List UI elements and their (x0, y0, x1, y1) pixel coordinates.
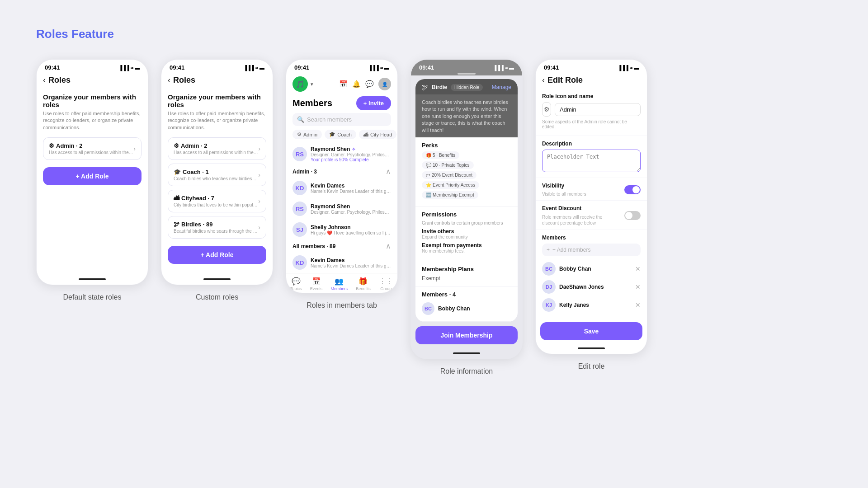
join-btn[interactable]: Join Membership (415, 326, 518, 344)
tab-bar: 💬 Topics 📅 Events 👥 Members 🎁 Benefits ⋮… (286, 273, 397, 293)
edit-member-bc: BC Bobby Chan ✕ (542, 260, 641, 278)
role-icon-box[interactable]: ⚙ (542, 102, 551, 117)
member-avatar-kd2: KD (292, 255, 307, 270)
tab-topics[interactable]: 💬 Topics (290, 277, 302, 291)
tab-events[interactable]: 📅 Events (310, 277, 323, 291)
role-birdie-icon: 🕊 (422, 84, 428, 91)
manage-btn[interactable]: Manage (492, 84, 511, 90)
edit-note: Some aspects of the Admin role cannot be… (542, 119, 641, 129)
remove-bc-btn[interactable]: ✕ (635, 265, 641, 272)
nav-title-5: Edit Role (547, 75, 583, 85)
search-icon: 🔍 (297, 116, 304, 123)
drag-handle (458, 73, 476, 75)
back-btn-2[interactable]: ‹ (168, 75, 170, 85)
benefits-icon: 🎁 (359, 277, 368, 286)
add-members-input[interactable]: + + Add members (542, 244, 641, 256)
member-avatar-kd: KD (292, 181, 307, 195)
filter-cityhead[interactable]: 🏙City Head (359, 130, 396, 139)
phone3: 09:41 ▐▐▐ ≈ ▬ 🎵 ▾ 📅 🔔 💬 👤 Members + Invi… (286, 59, 398, 293)
role-admin-1[interactable]: ⚙Admin · 2 Has access to all permissions… (43, 137, 142, 160)
tab-benefits[interactable]: 🎁 Benefits (356, 277, 371, 291)
chevron-icon-2b: › (258, 171, 260, 178)
time-1: 09:41 (45, 64, 60, 71)
chevron-icon-2d: › (258, 224, 260, 231)
events-icon: 📅 (312, 277, 321, 286)
add-role-btn-1[interactable]: + Add Role (43, 167, 142, 185)
admin-member-rs: RS Raymond Shen Designer. Gamer. Psychol… (286, 198, 397, 219)
user-avatar[interactable]: 👤 (378, 78, 391, 90)
section-title-1: Organize your members with roles (43, 93, 142, 108)
time-4: 09:41 (419, 64, 434, 71)
invite-btn[interactable]: + Invite (356, 96, 391, 110)
nav-title-1: Roles (48, 75, 71, 85)
featured-member: RS Raymond Shen ✧ Designer. Gamer. Psych… (286, 143, 397, 165)
phone4-label: Role information (440, 367, 493, 375)
chat-icon[interactable]: 💬 (365, 80, 374, 88)
group-icon: ⋮⋮ (379, 277, 393, 286)
search-bar[interactable]: 🔍 Search members (292, 113, 391, 126)
dropdown-arrow[interactable]: ▾ (311, 81, 313, 87)
collapse-icon[interactable]: ∧ (386, 167, 391, 176)
roles-list-2: ⚙Admin · 2 Has access to all permissions… (168, 137, 266, 239)
event-discount-toggle[interactable] (624, 211, 641, 220)
phones-row: 09:41 ▐▐▐ ≈ ▬ ‹ Roles Organize your memb… (36, 59, 832, 375)
all-member-kd: KD Kevin Dames Name's Kevin Dames Leader… (286, 252, 397, 273)
status-bar-5: 09:41 ▐▐▐ ≈ ▬ (536, 60, 647, 73)
role-birdies-2[interactable]: 🕊Birdies · 89 Beautiful birdies who soar… (168, 216, 266, 239)
members-title: Members (292, 98, 332, 108)
visibility-toggle[interactable] (624, 185, 641, 194)
description-section: Description (536, 136, 647, 178)
save-btn[interactable]: Save (540, 322, 642, 340)
section-title-2: Organize your members with roles (168, 93, 266, 108)
role-name-input[interactable] (555, 103, 641, 116)
phone2: 09:41 ▐▐▐ ≈ ▬ ‹ Roles Organize your memb… (161, 59, 273, 285)
tab-group[interactable]: ⋮⋮ Group (379, 277, 393, 291)
perk-access: ⭐Event Priority Access (422, 181, 479, 189)
role-badge: Birdie (432, 84, 447, 90)
edit-avatar-bc: BC (542, 262, 556, 276)
time-3: 09:41 (294, 64, 309, 71)
status-bar-2: 09:41 ▐▐▐ ≈ ▬ (161, 60, 273, 73)
filter-coach[interactable]: 🎓Coach (325, 130, 356, 139)
plus-icon: + (547, 247, 550, 253)
collapse-all-icon[interactable]: ∧ (386, 242, 391, 250)
remove-kj-btn[interactable]: ✕ (635, 301, 641, 309)
permissions-section: Permissions Grant controls to certain gr… (415, 206, 518, 261)
members-section-4: Members · 4 BC Bobby Chan (415, 286, 518, 322)
role-icon-name-section: Role icon and name ⚙ Some aspects of the… (536, 89, 647, 136)
perk-exempt: 🆓Membership Exempt (422, 191, 478, 199)
phone1-label: Default state roles (63, 293, 122, 301)
add-role-btn-2[interactable]: + Add Role (168, 246, 266, 264)
tab-members[interactable]: 👥 Members (330, 277, 348, 291)
perk-topics: 💬10 · Private Topics (422, 161, 474, 169)
remove-dj-btn[interactable]: ✕ (635, 283, 641, 291)
back-btn-1[interactable]: ‹ (43, 75, 46, 85)
back-btn-5[interactable]: ‹ (542, 75, 545, 85)
phone5-container: 09:41 ▐▐▐ ≈ ▬ ‹ Edit Role Role icon and … (535, 59, 647, 371)
chevron-icon-2c: › (258, 197, 260, 205)
perm-invite: Invite others Expand the community (422, 228, 511, 239)
edit-member-kj: KJ Kelly Janes ✕ (542, 296, 641, 314)
page-title: Roles Feature (36, 27, 832, 41)
role-coach-2[interactable]: 🎓Coach · 1 Coach birdies who teaches new… (168, 164, 266, 186)
calendar-icon[interactable]: 📅 (339, 80, 348, 88)
mini-avatar-bc: BC (422, 302, 434, 315)
phone3-container: 09:41 ▐▐▐ ≈ ▬ 🎵 ▾ 📅 🔔 💬 👤 Members + Invi… (286, 59, 398, 310)
time-5: 09:41 (544, 64, 559, 71)
roles-list-1: ⚙Admin · 2 Has access to all permissions… (43, 137, 142, 160)
phone5: 09:41 ▐▐▐ ≈ ▬ ‹ Edit Role Role icon and … (535, 59, 647, 354)
role-info-card: 🕊 Birdie Hidden Role Manage Coach birdie… (415, 79, 518, 322)
edit-member-dj: DJ DaeShawn Jones ✕ (542, 278, 641, 296)
section-desc-1: Use roles to offer paid membership benef… (43, 110, 142, 131)
phone4: 09:41 ▐▐▐ ≈ ▬ 🕊 Birdie Hidden Role Manag… (410, 59, 523, 359)
phone5-label: Edit role (578, 362, 605, 371)
member-avatar-sj: SJ (292, 222, 307, 237)
bell-icon[interactable]: 🔔 (352, 80, 361, 88)
role-admin-2[interactable]: ⚙Admin · 2 Has access to all permissions… (168, 137, 266, 160)
filter-admin[interactable]: ⚙Admin (292, 130, 322, 139)
edit-avatar-kj: KJ (542, 298, 556, 312)
role-cityhead-2[interactable]: 🏙Cityhead · 7 City birdies that loves to… (168, 190, 266, 212)
member-avatar-rs: RS (292, 147, 307, 161)
phone1-content: Organize your members with roles Use rol… (37, 89, 148, 275)
description-input[interactable] (542, 150, 641, 172)
